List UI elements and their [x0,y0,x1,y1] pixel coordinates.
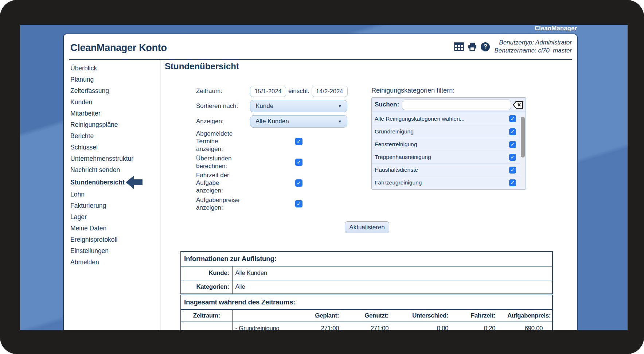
info-table: Informationen zur Auflistung: Kunde: All… [180,251,553,294]
active-item-arrow-icon [126,176,143,189]
sidebar-item-ueberblick[interactable]: Überblick [70,63,160,74]
sidebar-item-meine-daten[interactable]: Meine Daten [70,223,160,234]
totals-table: Insgesamt während des Zeitraums: Zeitrau… [180,295,553,330]
sidebar-item-zeiterfassung[interactable]: Zeiterfassung [70,85,160,97]
aufgabenpreise-checkbox[interactable] [295,200,303,207]
category-item-treppenhausreinigung[interactable]: Treppenhausreinigung [372,151,520,163]
zeitraum-label: Zeitraum: [196,87,250,95]
col-empty [232,310,290,322]
table-title-row: Insgesamt während des Zeitraums: [181,295,553,310]
table-header-row: Zeitraum: Geplant: Genutzt: Unterschied:… [181,310,553,322]
cell-unterschied: 0:00 [391,322,451,330]
ueberstunden-label: Überstunden berechnen: [196,154,242,171]
fahrzeit-label: Fahrzeit der Aufgabe anzeigen: [196,171,242,195]
app-window: CleanManager Konto ? Benutzertyp: Admini… [63,34,578,330]
cell-kategorie: - Grundreinigung [232,322,290,330]
category-item-checkbox[interactable] [509,179,516,186]
table-title-row: Informationen zur Auflistung: [181,252,553,266]
sidebar-item-label: Stundenübersicht [70,177,125,188]
sidebar-item-mitarbeiter[interactable]: Mitarbeiter [70,108,160,119]
search-label: Suchen: [375,101,399,108]
update-button[interactable]: Aktualisieren [345,221,389,233]
cell-aufgabenpreis: 690,00 [498,322,553,330]
table-icon[interactable] [454,42,464,51]
totals-table-title: Insgesamt während des Zeitraums: [181,295,553,310]
sidebar-item-abmelden[interactable]: Abmelden [70,257,160,268]
user-type: Benutzertyp: Administrator [494,39,572,47]
scrollbar-track[interactable] [521,114,525,188]
screen-frame: CleanManager CleanManager Konto ? [0,0,644,354]
info-row-label: Kunde: [181,266,232,280]
sidebar-item-reinigungsplaene[interactable]: Reinigungspläne [70,119,160,131]
category-item-checkbox[interactable] [509,167,516,174]
category-item-checkbox[interactable] [509,154,516,161]
cell-genutzt: 271:00 [342,322,391,330]
app-title: CleanManager Konto [70,42,167,54]
abgemeldete-termine-label: Abgemeldete Termine anzeigen: [196,129,242,154]
category-item-label: Treppenhausreinigung [375,154,431,160]
category-item-checkbox[interactable] [509,115,516,122]
sidebar-item-kunden[interactable]: Kunden [70,97,160,108]
sidebar-item-schluessel[interactable]: Schlüssel [70,142,160,153]
page-title: Stundenübersicht [165,61,239,71]
col-genutzt: Genutzt: [342,310,391,322]
sidebar-item-berichte[interactable]: Berichte [70,131,160,142]
category-item-haushaltsdienste[interactable]: Haushaltsdienste [372,163,520,176]
info-row-value: Alle Kunden [232,266,553,280]
cell-fahrzeit: 0:20 [451,322,498,330]
sidebar-item-lager[interactable]: Lager [70,211,160,223]
aufgabenpreise-label: Aufgabenpreise anzeigen: [196,195,242,212]
info-table-title: Informationen zur Auflistung: [181,252,553,266]
show-label: Anzeigen: [196,118,250,125]
sidebar-item-fakturierung[interactable]: Fakturierung [70,200,160,211]
col-aufgabenpreis: Aufgabenpreis: [498,310,553,322]
cell-geplant: 271:00 [290,322,342,330]
col-unterschied: Unterschied: [391,310,451,322]
date-from-input[interactable] [250,86,286,97]
cell-zeitraum [181,322,232,330]
table-row: - Grundreinigung 271:00 271:00 0:00 0:20… [181,322,553,330]
sidebar-item-stundenuebersicht[interactable]: Stundenübersicht [70,176,160,189]
help-icon[interactable]: ? [481,42,490,51]
sort-select[interactable]: Kunde [250,100,347,112]
scrollbar-thumb[interactable] [521,117,525,157]
col-geplant: Geplant: [290,310,342,322]
category-filter-title: Reinigungskategorien filtern: [371,87,526,94]
user-info: Benutzertyp: Administrator Benutzername:… [494,39,572,55]
category-item-checkbox[interactable] [509,128,516,135]
date-to-input[interactable] [312,86,348,97]
category-item-grundreinigung[interactable]: Grundreinigung [372,125,520,138]
sidebar-item-nachricht-senden[interactable]: Nachricht senden [70,164,160,176]
abgemeldete-termine-checkbox[interactable] [295,138,303,145]
search-input[interactable] [402,100,511,110]
clear-search-icon[interactable] [513,101,523,109]
category-item-fensterreinigung[interactable]: Fensterreinigung [372,138,520,151]
user-name: Benutzername: cl70_master [494,47,572,55]
show-select[interactable]: Alle Kunden [250,115,347,128]
category-filter: Reinigungskategorien filtern: Suchen: [371,87,526,190]
category-item-label: Fensterreinigung [375,141,417,148]
category-item-alle[interactable]: Alle Reinigungskategorien wählen... [372,112,520,125]
table-row: Kunde: Alle Kunden [181,266,553,280]
category-list: Alle Reinigungskategorien wählen... Grun… [372,112,526,189]
info-row-value: Alle [232,280,553,294]
category-item-fahrzeugreinigung[interactable]: Fahrzeugreinigung [372,176,520,189]
category-item-label: Fahrzeugreinigung [375,179,422,186]
printer-icon[interactable] [468,42,477,51]
sidebar-item-einstellungen[interactable]: Einstellungen [70,245,160,257]
category-filter-panel: Suchen: Alle Reinigungskategorien wählen… [371,97,526,190]
brand-label: CleanManager [535,25,577,32]
show-select-value: Alle Kunden [255,118,289,125]
sidebar-item-planung[interactable]: Planung [70,74,160,85]
sort-select-value: Kunde [255,102,273,110]
category-item-checkbox[interactable] [509,141,516,148]
sidebar-item-lohn[interactable]: Lohn [70,189,160,200]
desktop-background: CleanManager CleanManager Konto ? [20,25,628,330]
category-item-label: Alle Reinigungskategorien wählen... [375,116,464,122]
main-content: Stundenübersicht Zeitraum: einschl. Sort… [160,60,577,330]
sidebar-item-ereignisprotokoll[interactable]: Ereignisprotokoll [70,234,160,245]
fahrzeit-checkbox[interactable] [295,179,303,187]
sidebar-item-unternehmensstruktur[interactable]: Unternehmensstruktur [70,153,160,164]
category-item-label: Haushaltsdienste [375,167,418,173]
ueberstunden-checkbox[interactable] [295,159,303,166]
